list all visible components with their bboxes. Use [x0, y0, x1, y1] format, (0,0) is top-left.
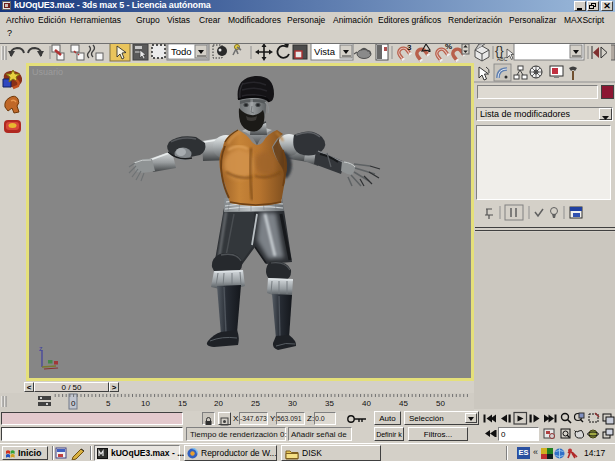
svg-text:50: 50	[436, 399, 445, 408]
svg-text:Todo: Todo	[171, 46, 192, 57]
svg-text:45: 45	[399, 399, 408, 408]
svg-text:0: 0	[71, 399, 76, 408]
svg-text:10: 10	[141, 399, 150, 408]
svg-text:Vista: Vista	[314, 46, 336, 57]
svg-text:35: 35	[325, 399, 334, 408]
svg-text:15: 15	[178, 399, 187, 408]
svg-text:%: %	[445, 44, 452, 51]
svg-text:5: 5	[106, 399, 111, 408]
svg-text:20: 20	[214, 399, 223, 408]
svg-text:3: 3	[407, 44, 412, 52]
svg-text:z: z	[39, 345, 43, 352]
svg-text:40: 40	[362, 399, 371, 408]
svg-text:30: 30	[288, 399, 297, 408]
svg-text:25: 25	[251, 399, 260, 408]
